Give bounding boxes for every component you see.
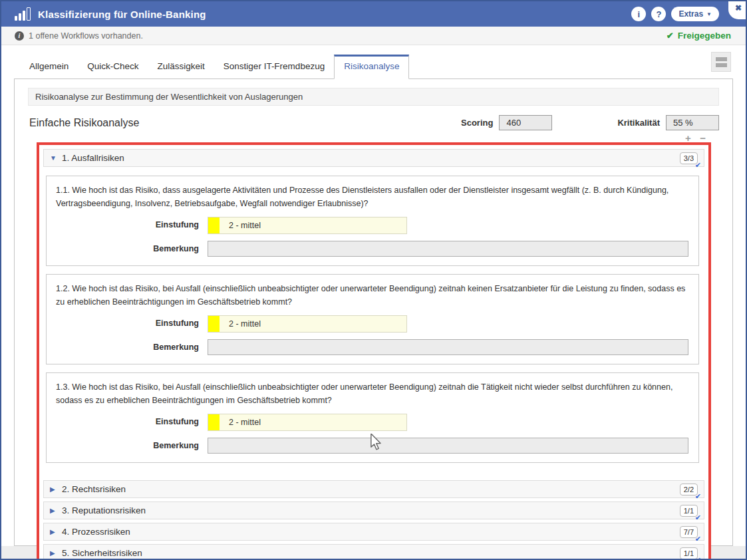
einstufung-label: Einstufung <box>56 217 208 229</box>
close-button[interactable]: ✖ <box>728 1 746 19</box>
section-header-sicherheitsrisiken[interactable]: ▶ 5. Sicherheitsrisiken 1/1 ✔ <box>43 544 704 560</box>
einstufung-field[interactable] <box>208 414 407 431</box>
tab-sonstiger-it-fremdbezug[interactable]: Sonstiger IT-Fremdbezug <box>214 55 334 78</box>
window-title: Klassifizierung für Online-Banking <box>38 9 206 20</box>
question-card-1-1: 1.1. Wie hoch ist das Risiko, dass ausge… <box>46 176 699 266</box>
question-card-1-3: 1.3. Wie hoch ist das Risiko, bei Ausfal… <box>46 372 699 463</box>
einstufung-label: Einstufung <box>56 315 208 328</box>
question-text: 1.2. Wie hoch ist das Risiko, bei Ausfal… <box>56 282 689 309</box>
einstufung-field[interactable] <box>208 315 407 333</box>
rating-color-swatch <box>208 414 220 430</box>
close-icon: ✖ <box>735 3 742 13</box>
expand-all-icon[interactable]: + <box>685 132 691 144</box>
release-status-label: Freigegeben <box>678 31 731 41</box>
page-title: Einfache Risikoanalyse <box>29 117 139 129</box>
badge-check-icon: ✔ <box>695 556 701 560</box>
completion-badge: 7/7 ✔ <box>680 525 698 538</box>
score-fields: Scoring Kritikalität <box>461 115 719 130</box>
extras-label: Extras <box>678 9 703 19</box>
accordion-highlight-area: ▼ 1. Ausfallrisiken 3/3 ✔ 1.1. Wie hoch … <box>37 142 711 560</box>
section-header-ausfallrisiken[interactable]: ▼ 1. Ausfallrisiken 3/3 ✔ <box>43 149 704 167</box>
info-circle-icon: i <box>15 31 24 41</box>
einstufung-input[interactable] <box>220 217 406 233</box>
completion-badge: 3/3 ✔ <box>680 152 698 164</box>
section-header-rechtsrisiken[interactable]: ▶ 2. Rechtsrisiken 2/2 ✔ <box>43 480 704 498</box>
section-header-reputationsrisiken[interactable]: ▶ 3. Reputationsrisiken 1/1 ✔ <box>43 501 704 519</box>
completion-badge: 1/1 ✔ <box>680 504 698 517</box>
badge-check-icon: ✔ <box>695 513 701 522</box>
rating-color-swatch <box>208 217 220 233</box>
section-title: 1. Ausfallrisiken <box>62 153 124 163</box>
tab-risikoanalyse[interactable]: Risikoanalyse <box>334 55 409 79</box>
badge-check-icon: ✔ <box>695 535 701 543</box>
caret-down-icon: ▼ <box>50 154 57 162</box>
extras-button[interactable]: Extras ▼ <box>671 7 719 21</box>
subtitle-row: Einfache Risikoanalyse Scoring Kritikali… <box>25 106 722 130</box>
section-title: 2. Rechtsrisiken <box>62 484 126 494</box>
caret-right-icon: ▶ <box>50 507 57 514</box>
chevron-down-icon: ▼ <box>706 11 712 17</box>
kritikalitaet-field[interactable] <box>666 115 719 130</box>
kritikalitaet-label: Kritikalität <box>617 118 660 128</box>
bemerkung-label: Bemerkung <box>56 241 208 253</box>
info-button[interactable]: i <box>631 7 646 21</box>
expand-collapse-controls: + − <box>25 130 722 142</box>
completion-badge: 1/1 ✔ <box>680 547 698 559</box>
layout-toggle-button[interactable] <box>711 52 731 72</box>
tab-bar: Allgemein Quick-Check Zulässigkeit Sonst… <box>14 45 733 79</box>
badge-check-icon: ✔ <box>695 161 701 170</box>
einstufung-field[interactable] <box>208 217 407 234</box>
question-text: 1.1. Wie hoch ist das Risiko, dass ausge… <box>56 184 689 210</box>
check-icon: ✔ <box>667 31 674 41</box>
status-bar: i 1 offene Workflows vorhanden. ✔ Freige… <box>1 27 746 45</box>
layout-icon <box>716 57 727 61</box>
tab-quick-check[interactable]: Quick-Check <box>78 55 148 78</box>
caret-right-icon: ▶ <box>50 528 57 535</box>
bemerkung-input[interactable] <box>208 339 688 355</box>
einstufung-input[interactable] <box>220 316 406 332</box>
titlebar: Klassifizierung für Online-Banking i ? E… <box>1 1 746 27</box>
rating-color-swatch <box>208 316 220 332</box>
tab-zulaessigkeit[interactable]: Zulässigkeit <box>148 55 214 78</box>
completion-badge: 2/2 ✔ <box>680 483 698 495</box>
help-button[interactable]: ? <box>651 7 666 21</box>
section-header-prozessrisiken[interactable]: ▶ 4. Prozessrisiken 7/7 ✔ <box>43 523 704 541</box>
section-title: 3. Reputationsrisiken <box>62 505 146 515</box>
bemerkung-label: Bemerkung <box>56 438 208 450</box>
section-title: 5. Sicherheitsrisiken <box>62 548 142 558</box>
question-card-1-2: 1.2. Wie hoch ist das Risiko, bei Ausfal… <box>46 274 699 364</box>
bar-chart-icon <box>15 7 31 21</box>
bemerkung-label: Bemerkung <box>56 339 208 352</box>
badge-check-icon: ✔ <box>695 492 701 501</box>
app-window: Klassifizierung für Online-Banking i ? E… <box>0 0 747 560</box>
bemerkung-input[interactable] <box>208 241 688 257</box>
workflow-notice: 1 offene Workflows vorhanden. <box>29 31 143 41</box>
collapse-all-icon[interactable]: − <box>700 132 706 144</box>
titlebar-actions: i ? Extras ▼ <box>631 7 719 21</box>
tab-allgemein[interactable]: Allgemein <box>20 55 78 78</box>
einstufung-input[interactable] <box>220 414 406 430</box>
panel-section-title: Risikoanalyse zur Bestimmung der Wesentl… <box>28 88 719 106</box>
scoring-label: Scoring <box>461 118 493 128</box>
scoring-field[interactable] <box>499 115 552 130</box>
einstufung-label: Einstufung <box>56 414 208 426</box>
bemerkung-input[interactable] <box>208 438 688 454</box>
caret-right-icon: ▶ <box>50 486 57 493</box>
section-body-ausfallrisiken: 1.1. Wie hoch ist das Risiko, dass ausge… <box>43 170 704 480</box>
risikoanalyse-panel: Risikoanalyse zur Bestimmung der Wesentl… <box>14 79 733 546</box>
caret-right-icon: ▶ <box>50 549 57 557</box>
section-title: 4. Prozessrisiken <box>62 527 130 537</box>
question-text: 1.3. Wie hoch ist das Risiko, bei Ausfal… <box>56 380 689 407</box>
release-status: ✔ Freigegeben <box>667 31 731 41</box>
